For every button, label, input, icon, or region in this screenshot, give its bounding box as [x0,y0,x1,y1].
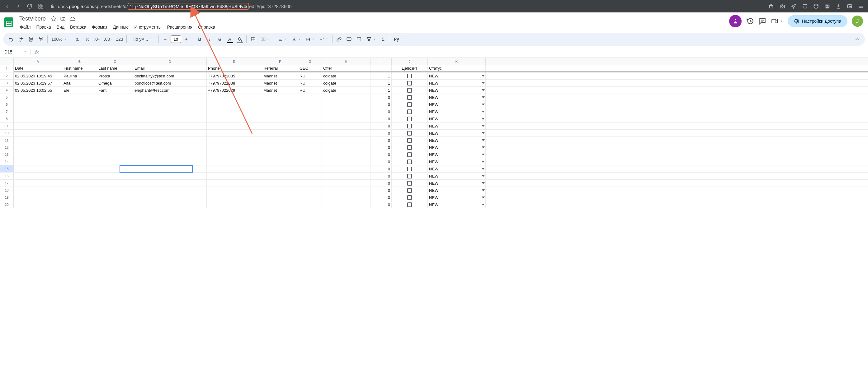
bold-button[interactable]: B [195,35,205,44]
cell[interactable]: NEW [428,130,486,137]
cell[interactable] [62,201,97,208]
cell[interactable] [298,101,322,108]
cell[interactable]: Email [133,65,207,71]
cell[interactable]: Madnet [262,80,298,86]
cell[interactable] [133,108,207,115]
cell[interactable] [392,72,428,79]
cell[interactable] [97,123,133,129]
print-button[interactable] [26,35,35,44]
increase-font-button[interactable]: + [182,35,191,44]
col-head-H[interactable]: H [322,58,371,65]
cell[interactable] [207,144,262,151]
cell[interactable] [322,166,371,172]
cell[interactable] [133,123,207,129]
cell[interactable] [97,158,133,165]
cell[interactable]: Offer [322,65,371,71]
user-avatar[interactable]: J [852,15,863,27]
cell[interactable] [298,144,322,151]
checkbox[interactable] [407,145,412,150]
cell[interactable] [322,194,371,201]
cell[interactable]: colgate [322,87,371,94]
cell[interactable] [62,123,97,129]
cell[interactable] [322,108,371,115]
cell[interactable] [97,166,133,172]
menu-Расширения[interactable]: Расширения [165,23,195,31]
row-head-12[interactable]: 12 [0,144,14,151]
cell[interactable] [133,94,207,101]
cell[interactable] [207,180,262,186]
cell[interactable] [298,108,322,115]
cell[interactable]: RU [298,80,322,86]
cell[interactable] [133,173,207,179]
menu-Справка[interactable]: Справка [195,23,218,31]
cell[interactable]: NEW [428,166,486,172]
cell[interactable] [392,115,428,122]
cell[interactable] [207,194,262,201]
checkbox[interactable] [407,138,412,143]
addon-button[interactable] [729,15,742,27]
cell[interactable] [133,101,207,108]
star-icon[interactable] [51,16,56,22]
cell[interactable] [298,158,322,165]
collapse-toolbar-button[interactable] [852,35,862,44]
cube-icon[interactable] [813,3,819,9]
cell[interactable] [392,201,428,208]
cell[interactable] [14,101,62,108]
cell[interactable] [207,94,262,101]
cell[interactable]: NEW [428,94,486,101]
cell[interactable] [14,166,62,172]
cell[interactable] [262,130,298,137]
row-head-20[interactable]: 20 [0,201,14,208]
font-size-input[interactable] [170,35,181,43]
row-head-10[interactable]: 10 [0,130,14,137]
row-head-1[interactable]: 1 [0,65,14,72]
undo-button[interactable] [6,35,16,44]
fill-color-button[interactable] [235,35,244,44]
cell[interactable] [133,187,207,194]
cell[interactable] [14,115,62,122]
checkbox[interactable] [407,188,412,193]
menu-Вставка[interactable]: Вставка [67,23,89,31]
chevron-down-icon[interactable] [482,82,485,84]
checkbox[interactable] [407,88,412,93]
chevron-down-icon[interactable] [482,104,485,105]
row-head-18[interactable]: 18 [0,187,14,194]
url-text[interactable]: docs.google.com/spreadsheets/d/1Lj7NoOLy… [58,4,292,9]
heart-icon[interactable] [802,3,808,9]
cell[interactable]: NEW [428,201,486,208]
cell[interactable]: 1 [371,72,392,79]
cell[interactable] [62,94,97,101]
row-head-3[interactable]: 3 [0,80,14,87]
cell[interactable] [392,187,428,194]
cell[interactable] [298,166,322,172]
row-head-4[interactable]: 4 [0,87,14,94]
cell[interactable] [322,201,371,208]
cell[interactable] [62,180,97,186]
chevron-down-icon[interactable] [482,146,485,148]
share-browser-icon[interactable] [768,3,774,9]
cell[interactable] [207,137,262,144]
menu-Инструменты[interactable]: Инструменты [132,23,164,31]
cell[interactable] [298,123,322,129]
cell[interactable] [133,166,207,172]
cell[interactable]: 03.05.2023 16:02:55 [14,87,62,94]
chevron-down-icon[interactable] [482,139,485,141]
cell[interactable]: Paulina [62,72,97,79]
cell[interactable] [392,151,428,158]
cell[interactable]: +79797022038 [207,80,262,86]
cell[interactable]: NEW [428,123,486,129]
cell[interactable] [392,123,428,129]
cell[interactable]: 0 [371,180,392,186]
cell[interactable]: colgate [322,72,371,79]
cell[interactable] [322,101,371,108]
cell[interactable] [62,194,97,201]
chevron-down-icon[interactable] [482,161,485,163]
pip-icon[interactable] [847,3,852,9]
menu-Правка[interactable]: Правка [34,23,53,31]
cell[interactable] [322,130,371,137]
cell[interactable] [133,194,207,201]
cell[interactable] [207,115,262,122]
font-dropdown[interactable]: По ум... [129,35,157,44]
share-button[interactable]: Настройки Доступа [788,15,847,27]
cell[interactable] [97,187,133,194]
